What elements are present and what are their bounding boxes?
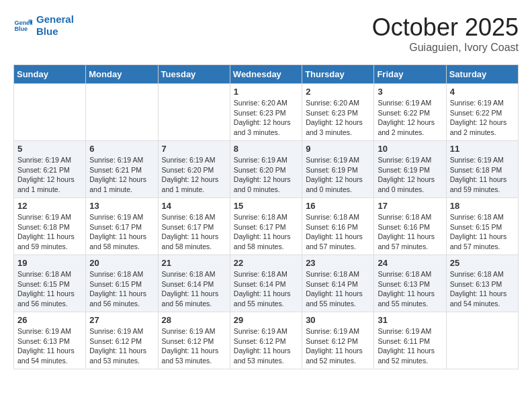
calendar-cell: 31Sunrise: 6:19 AM Sunset: 6:11 PM Dayli… bbox=[374, 312, 446, 369]
calendar-table: SundayMondayTuesdayWednesdayThursdayFrid… bbox=[13, 64, 519, 369]
calendar-cell: 13Sunrise: 6:19 AM Sunset: 6:17 PM Dayli… bbox=[86, 198, 158, 255]
logo: General Blue General Blue bbox=[13, 13, 74, 38]
cell-content: Sunrise: 6:18 AM Sunset: 6:14 PM Dayligh… bbox=[162, 269, 226, 309]
calendar-cell: 1Sunrise: 6:20 AM Sunset: 6:23 PM Daylig… bbox=[230, 84, 302, 141]
day-number: 19 bbox=[17, 258, 82, 268]
day-number: 25 bbox=[450, 258, 515, 268]
calendar-cell: 24Sunrise: 6:18 AM Sunset: 6:13 PM Dayli… bbox=[374, 255, 446, 312]
cell-content: Sunrise: 6:18 AM Sunset: 6:15 PM Dayligh… bbox=[17, 269, 82, 309]
calendar-cell: 29Sunrise: 6:19 AM Sunset: 6:12 PM Dayli… bbox=[230, 312, 302, 369]
header-sunday: Sunday bbox=[14, 65, 86, 84]
day-number: 6 bbox=[89, 144, 154, 154]
calendar-cell: 21Sunrise: 6:18 AM Sunset: 6:14 PM Dayli… bbox=[158, 255, 230, 312]
calendar-cell: 15Sunrise: 6:18 AM Sunset: 6:17 PM Dayli… bbox=[230, 198, 302, 255]
calendar-cell: 17Sunrise: 6:18 AM Sunset: 6:16 PM Dayli… bbox=[374, 198, 446, 255]
week-row-4: 26Sunrise: 6:19 AM Sunset: 6:13 PM Dayli… bbox=[14, 312, 519, 369]
calendar-cell: 6Sunrise: 6:19 AM Sunset: 6:21 PM Daylig… bbox=[86, 141, 158, 198]
page-subtitle: Guiaguien, Ivory Coast bbox=[372, 42, 519, 54]
calendar-cell bbox=[158, 84, 230, 141]
day-number: 3 bbox=[378, 87, 442, 97]
day-number: 5 bbox=[17, 144, 82, 154]
calendar-cell: 14Sunrise: 6:18 AM Sunset: 6:17 PM Dayli… bbox=[158, 198, 230, 255]
day-number: 17 bbox=[378, 201, 442, 211]
cell-content: Sunrise: 6:19 AM Sunset: 6:21 PM Dayligh… bbox=[89, 155, 154, 195]
day-number: 9 bbox=[306, 144, 370, 154]
calendar-cell: 10Sunrise: 6:19 AM Sunset: 6:19 PM Dayli… bbox=[374, 141, 446, 198]
calendar-cell bbox=[86, 84, 158, 141]
day-number: 20 bbox=[89, 258, 154, 268]
calendar-cell: 9Sunrise: 6:19 AM Sunset: 6:19 PM Daylig… bbox=[302, 141, 374, 198]
header-friday: Friday bbox=[374, 65, 446, 84]
calendar-cell bbox=[14, 84, 86, 141]
cell-content: Sunrise: 6:18 AM Sunset: 6:15 PM Dayligh… bbox=[450, 212, 515, 252]
page-header: General Blue General Blue October 2025 G… bbox=[13, 13, 519, 54]
cell-content: Sunrise: 6:18 AM Sunset: 6:15 PM Dayligh… bbox=[89, 269, 154, 309]
calendar-cell: 12Sunrise: 6:19 AM Sunset: 6:18 PM Dayli… bbox=[14, 198, 86, 255]
cell-content: Sunrise: 6:19 AM Sunset: 6:13 PM Dayligh… bbox=[17, 326, 82, 366]
cell-content: Sunrise: 6:19 AM Sunset: 6:12 PM Dayligh… bbox=[162, 326, 226, 366]
cell-content: Sunrise: 6:19 AM Sunset: 6:22 PM Dayligh… bbox=[378, 98, 442, 138]
day-number: 30 bbox=[306, 315, 370, 325]
cell-content: Sunrise: 6:18 AM Sunset: 6:13 PM Dayligh… bbox=[450, 269, 515, 309]
day-number: 12 bbox=[17, 201, 82, 211]
header-wednesday: Wednesday bbox=[230, 65, 302, 84]
day-number: 28 bbox=[162, 315, 226, 325]
cell-content: Sunrise: 6:19 AM Sunset: 6:20 PM Dayligh… bbox=[162, 155, 226, 195]
cell-content: Sunrise: 6:19 AM Sunset: 6:21 PM Dayligh… bbox=[17, 155, 82, 195]
calendar-cell: 22Sunrise: 6:18 AM Sunset: 6:14 PM Dayli… bbox=[230, 255, 302, 312]
day-number: 1 bbox=[234, 87, 298, 97]
cell-content: Sunrise: 6:18 AM Sunset: 6:16 PM Dayligh… bbox=[306, 212, 370, 252]
cell-content: Sunrise: 6:19 AM Sunset: 6:18 PM Dayligh… bbox=[17, 212, 82, 252]
day-number: 2 bbox=[306, 87, 370, 97]
day-number: 10 bbox=[378, 144, 442, 154]
calendar-header: SundayMondayTuesdayWednesdayThursdayFrid… bbox=[14, 65, 519, 84]
day-number: 15 bbox=[234, 201, 298, 211]
page-title: October 2025 bbox=[372, 13, 519, 42]
cell-content: Sunrise: 6:19 AM Sunset: 6:18 PM Dayligh… bbox=[450, 155, 515, 195]
day-number: 18 bbox=[450, 201, 515, 211]
calendar-cell: 30Sunrise: 6:19 AM Sunset: 6:12 PM Dayli… bbox=[302, 312, 374, 369]
calendar-cell: 4Sunrise: 6:19 AM Sunset: 6:22 PM Daylig… bbox=[446, 84, 518, 141]
week-row-0: 1Sunrise: 6:20 AM Sunset: 6:23 PM Daylig… bbox=[14, 84, 519, 141]
header-tuesday: Tuesday bbox=[158, 65, 230, 84]
calendar-cell: 11Sunrise: 6:19 AM Sunset: 6:18 PM Dayli… bbox=[446, 141, 518, 198]
calendar-cell: 27Sunrise: 6:19 AM Sunset: 6:12 PM Dayli… bbox=[86, 312, 158, 369]
day-number: 7 bbox=[162, 144, 226, 154]
week-row-1: 5Sunrise: 6:19 AM Sunset: 6:21 PM Daylig… bbox=[14, 141, 519, 198]
day-number: 23 bbox=[306, 258, 370, 268]
calendar-cell: 16Sunrise: 6:18 AM Sunset: 6:16 PM Dayli… bbox=[302, 198, 374, 255]
day-number: 11 bbox=[450, 144, 515, 154]
calendar-body: 1Sunrise: 6:20 AM Sunset: 6:23 PM Daylig… bbox=[14, 84, 519, 369]
cell-content: Sunrise: 6:19 AM Sunset: 6:19 PM Dayligh… bbox=[378, 155, 442, 195]
calendar-cell: 23Sunrise: 6:18 AM Sunset: 6:14 PM Dayli… bbox=[302, 255, 374, 312]
title-block: October 2025 Guiaguien, Ivory Coast bbox=[372, 13, 519, 54]
calendar-cell: 8Sunrise: 6:19 AM Sunset: 6:20 PM Daylig… bbox=[230, 141, 302, 198]
cell-content: Sunrise: 6:18 AM Sunset: 6:14 PM Dayligh… bbox=[234, 269, 298, 309]
day-number: 13 bbox=[89, 201, 154, 211]
calendar-cell bbox=[446, 312, 518, 369]
cell-content: Sunrise: 6:18 AM Sunset: 6:17 PM Dayligh… bbox=[162, 212, 226, 252]
day-number: 22 bbox=[234, 258, 298, 268]
day-number: 26 bbox=[17, 315, 82, 325]
day-number: 31 bbox=[378, 315, 442, 325]
cell-content: Sunrise: 6:19 AM Sunset: 6:17 PM Dayligh… bbox=[89, 212, 154, 252]
logo-icon: General Blue bbox=[13, 16, 32, 35]
cell-content: Sunrise: 6:19 AM Sunset: 6:22 PM Dayligh… bbox=[450, 98, 515, 138]
calendar-cell: 28Sunrise: 6:19 AM Sunset: 6:12 PM Dayli… bbox=[158, 312, 230, 369]
day-number: 8 bbox=[234, 144, 298, 154]
calendar-cell: 20Sunrise: 6:18 AM Sunset: 6:15 PM Dayli… bbox=[86, 255, 158, 312]
day-number: 29 bbox=[234, 315, 298, 325]
cell-content: Sunrise: 6:18 AM Sunset: 6:16 PM Dayligh… bbox=[378, 212, 442, 252]
cell-content: Sunrise: 6:18 AM Sunset: 6:13 PM Dayligh… bbox=[378, 269, 442, 309]
calendar-cell: 25Sunrise: 6:18 AM Sunset: 6:13 PM Dayli… bbox=[446, 255, 518, 312]
day-number: 24 bbox=[378, 258, 442, 268]
day-number: 27 bbox=[89, 315, 154, 325]
header-monday: Monday bbox=[86, 65, 158, 84]
cell-content: Sunrise: 6:18 AM Sunset: 6:17 PM Dayligh… bbox=[234, 212, 298, 252]
week-row-2: 12Sunrise: 6:19 AM Sunset: 6:18 PM Dayli… bbox=[14, 198, 519, 255]
calendar-cell: 19Sunrise: 6:18 AM Sunset: 6:15 PM Dayli… bbox=[14, 255, 86, 312]
cell-content: Sunrise: 6:20 AM Sunset: 6:23 PM Dayligh… bbox=[234, 98, 298, 138]
day-number: 16 bbox=[306, 201, 370, 211]
header-row: SundayMondayTuesdayWednesdayThursdayFrid… bbox=[14, 65, 519, 84]
header-thursday: Thursday bbox=[302, 65, 374, 84]
